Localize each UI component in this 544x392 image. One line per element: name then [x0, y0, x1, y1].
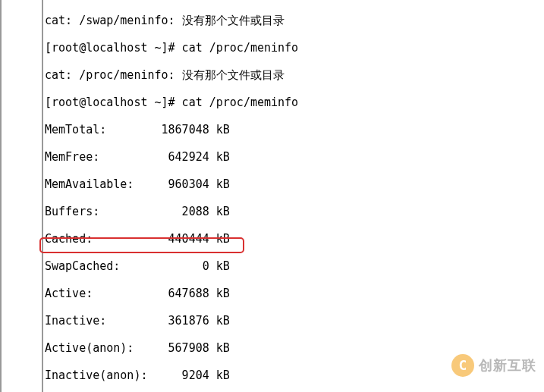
terminal-line: MemFree: 642924 kB — [45, 150, 544, 164]
watermark-icon-letter: C — [459, 359, 467, 372]
watermark-logo-icon: C — [451, 354, 474, 377]
terminal-line: Buffers: 2088 kB — [45, 205, 544, 218]
terminal-line: [root@localhost ~]# cat /proc/meminfo — [45, 96, 544, 109]
terminal-line: cat: /swap/meninfo: 没有那个文件或目录 — [45, 14, 544, 27]
terminal-line: MemAvailable: 960304 kB — [45, 177, 544, 191]
watermark: C 创新互联 — [451, 354, 536, 377]
terminal-left-border — [42, 0, 43, 392]
terminal-line: Inactive: 361876 kB — [45, 314, 544, 328]
terminal-line: [root@localhost ~]# cat /proc/meninfo — [45, 41, 544, 55]
terminal-line: Cached: 440444 kB — [45, 232, 544, 246]
terminal-output: cat: /swap/meninfo: 没有那个文件或目录 [root@loca… — [0, 0, 544, 392]
terminal-line: MemTotal: 1867048 kB — [45, 123, 544, 136]
terminal-line: cat: /proc/meninfo: 没有那个文件或目录 — [45, 68, 544, 82]
watermark-text: 创新互联 — [479, 359, 536, 372]
terminal-line: SwapCached: 0 kB — [45, 259, 544, 273]
terminal-line: Active: 647688 kB — [45, 287, 544, 300]
terminal-line: Active(anon): 567908 kB — [45, 341, 544, 355]
